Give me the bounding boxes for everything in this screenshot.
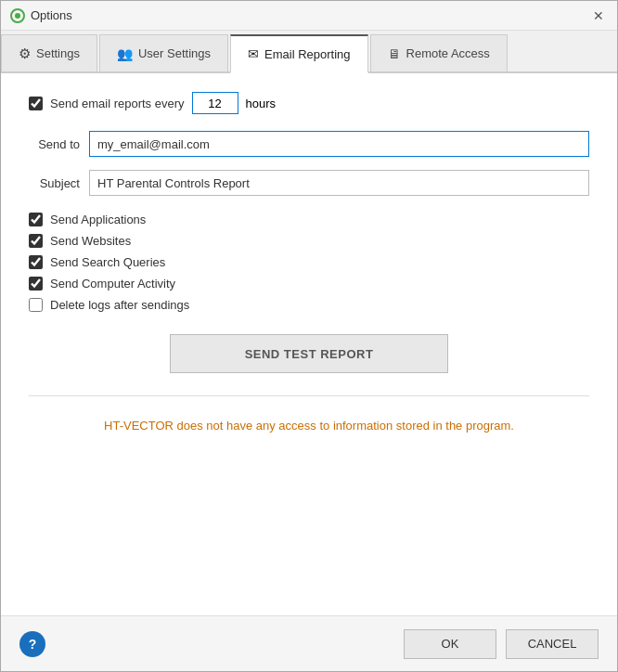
send-search-queries-row: Send Search Queries (29, 255, 589, 269)
send-test-report-button[interactable]: SEND TEST REPORT (170, 334, 448, 373)
send-applications-label: Send Applications (50, 213, 146, 226)
hours-label: hours (246, 97, 277, 110)
user-settings-icon (117, 45, 133, 62)
send-computer-activity-label: Send Computer Activity (50, 277, 175, 291)
send-search-queries-checkbox[interactable] (29, 255, 43, 269)
send-applications-checkbox[interactable] (29, 213, 43, 226)
send-applications-row: Send Applications (29, 213, 589, 226)
send-to-row: Send to (29, 131, 589, 157)
window-title: Options (31, 8, 72, 22)
content-area: Send email reports every hours Send to S… (1, 73, 617, 615)
footer: ? OK CANCEL (1, 615, 617, 671)
subject-input[interactable] (89, 170, 589, 196)
tab-email-reporting[interactable]: Email Reporting (230, 34, 368, 73)
subject-label: Subject (29, 176, 80, 190)
cancel-button[interactable]: CANCEL (506, 629, 599, 659)
divider (29, 395, 589, 396)
options-window: Options ✕ Settings User Settings Email R… (0, 0, 618, 672)
email-reporting-icon (248, 45, 259, 62)
send-websites-row: Send Websites (29, 234, 589, 248)
app-icon (10, 8, 25, 23)
send-websites-checkbox[interactable] (29, 234, 43, 248)
send-email-checkbox[interactable] (29, 97, 43, 110)
tab-bar: Settings User Settings Email Reporting R… (1, 31, 617, 73)
remote-access-icon (388, 45, 401, 62)
send-computer-activity-checkbox[interactable] (29, 277, 43, 291)
info-text: HT-VECTOR does not have any access to in… (29, 419, 589, 433)
send-computer-activity-row: Send Computer Activity (29, 277, 589, 291)
subject-row: Subject (29, 170, 589, 196)
svg-point-1 (15, 13, 20, 19)
tab-user-settings[interactable]: User Settings (99, 34, 228, 71)
send-websites-label: Send Websites (50, 234, 131, 248)
tab-settings-label: Settings (36, 46, 80, 60)
title-bar: Options ✕ (1, 1, 617, 31)
interval-input[interactable] (192, 92, 238, 114)
send-email-interval-row: Send email reports every hours (29, 92, 589, 114)
tab-remote-access-label: Remote Access (406, 46, 490, 60)
send-search-queries-label: Send Search Queries (50, 255, 165, 269)
send-email-label: Send email reports every (50, 97, 185, 110)
tab-remote-access[interactable]: Remote Access (370, 34, 508, 71)
checkboxes-section: Send Applications Send Websites Send Sea… (29, 213, 589, 312)
ok-button[interactable]: OK (404, 629, 496, 659)
close-button[interactable]: ✕ (589, 6, 608, 25)
help-button[interactable]: ? (19, 631, 45, 657)
delete-logs-label: Delete logs after sendings (50, 298, 189, 312)
settings-icon (19, 45, 31, 62)
send-to-input[interactable] (89, 131, 589, 157)
tab-user-settings-label: User Settings (138, 46, 211, 60)
send-to-label: Send to (29, 137, 80, 151)
tab-email-reporting-label: Email Reporting (264, 47, 351, 61)
tab-settings[interactable]: Settings (1, 34, 97, 71)
delete-logs-row: Delete logs after sendings (29, 298, 589, 312)
delete-logs-checkbox[interactable] (29, 298, 43, 312)
